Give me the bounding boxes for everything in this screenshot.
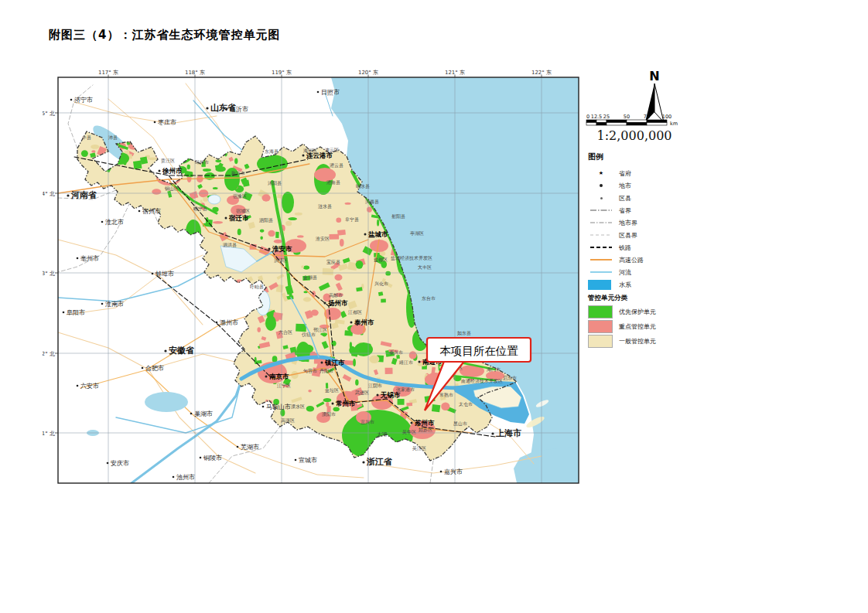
map-label: 六合区 — [279, 329, 292, 335]
legend-unit-item: 重点管控单元 — [588, 319, 692, 334]
map-label: 吴江区 — [412, 445, 426, 451]
page-title: 附图三（4）：江苏省生态环境管控单元图 — [49, 28, 280, 43]
legend-item: 水系 — [588, 278, 692, 291]
map-label: 淮南市 — [105, 301, 124, 308]
luoma-lake — [208, 195, 220, 204]
map-label: 宜兴市 — [361, 419, 374, 424]
map-label: 临沂市 — [230, 106, 248, 113]
legend-item-label: 铁路 — [614, 243, 631, 252]
legend-item-label: 地市 — [614, 182, 631, 190]
map-label: 涟水县 — [318, 203, 332, 209]
map-label: 宿迁市 — [228, 214, 249, 222]
legend-item: 铁路 — [588, 241, 692, 254]
map-label: 沛县 — [108, 135, 118, 140]
scale-tick-label: 12.5 — [591, 114, 602, 120]
map-label: 东台市 — [422, 295, 436, 301]
map-label: 兴化市 — [374, 281, 388, 287]
map-label: 太仓市 — [459, 401, 473, 407]
scale-tick-label: 25 — [603, 114, 610, 120]
map-label: 江宁区 — [277, 383, 291, 388]
legend-item: ★省府 — [588, 167, 692, 179]
map-label: 盱眙县 — [250, 284, 264, 290]
dot-icon — [588, 184, 614, 187]
map-label: 仪征市 — [302, 332, 316, 337]
legend-unit-label: 一般管控单元 — [613, 337, 656, 346]
star-icon: ★ — [588, 170, 614, 176]
map-label: 江阴市 — [368, 383, 382, 389]
map-label: 姑苏区 — [419, 427, 432, 433]
scale-tick-label: 75 — [644, 114, 650, 120]
map-label: 海门市 — [487, 366, 501, 372]
provb-icon — [588, 207, 614, 213]
latitude-label: 31° 北 — [43, 431, 55, 437]
map-label: 东海县 — [265, 148, 279, 154]
cityb-icon — [588, 220, 614, 226]
map-label: 丹阳市 — [320, 368, 333, 374]
map-label: 扬州市 — [327, 299, 348, 307]
countyb-icon — [588, 232, 614, 238]
legend-item-label: 地市界 — [614, 219, 637, 227]
map-label: 泰州市 — [354, 318, 374, 326]
map-label: 铜山区 — [164, 186, 179, 191]
legend-unit-swatch — [588, 320, 613, 333]
map-label: 大丰区 — [418, 264, 432, 270]
map-label: 张家港市 — [396, 387, 415, 393]
map-label: 铜陵市 — [203, 455, 222, 461]
map-label: 泰兴市 — [389, 349, 403, 356]
map-label: 江都区 — [348, 309, 362, 315]
map-label: 滨海县 — [365, 199, 379, 204]
legend-item: 省界 — [588, 204, 692, 216]
map-label: 淮北市 — [105, 219, 124, 226]
latitude-label: 32° 北 — [43, 351, 55, 357]
map-label: 丰县 — [82, 135, 91, 140]
map-label: 苏州市 — [414, 419, 435, 427]
map-label: 灌南县 — [326, 179, 340, 185]
latitude-label: 35° 北 — [43, 111, 55, 117]
map-label: 安庆市 — [111, 460, 129, 467]
map-label: 响水县 — [356, 183, 370, 189]
map-label: 南京市 — [269, 373, 289, 380]
map-label: 安徽省 — [169, 346, 194, 356]
water-icon — [588, 280, 614, 290]
map-figure: 山东省河南省安徽省浙江省上海市济宁市枣庄市临沂市日照市宿州市淮北市亳州市蚌埠市淮… — [43, 68, 588, 495]
dot-sm-icon — [588, 197, 614, 199]
map-label: 太湖 — [377, 431, 388, 438]
legend-item-label: 省府 — [614, 169, 631, 178]
map-label: 淮安区 — [316, 236, 330, 241]
map-label: 宿城区 — [236, 208, 250, 214]
legend: 图例 ★省府地市区县省界地市界区县界铁路高速公路河流水系 管控单元分类 优先保护… — [588, 152, 692, 349]
map-label: 常州市 — [336, 400, 356, 407]
map-label: 浙江省 — [366, 457, 392, 467]
map-label: 盐城经济技术开发区 — [391, 255, 432, 261]
map-label: 巢湖市 — [194, 410, 213, 417]
north-label: N — [649, 69, 659, 83]
map-label: 盐城市 — [368, 230, 388, 238]
map-label: 芜湖市 — [241, 444, 259, 451]
map-label: 金坛区 — [324, 387, 339, 393]
map-label: 武进区 — [355, 390, 369, 396]
map-label: 如东县 — [457, 330, 471, 336]
legend-item-label: 区县界 — [614, 231, 637, 240]
map-label: 高邮市 — [329, 292, 343, 298]
scale-tick-label: 0 — [586, 114, 589, 120]
hwy-icon — [588, 257, 614, 263]
map-label: 亳州市 — [80, 255, 99, 262]
map-label: 宝应县 — [326, 259, 340, 264]
map-label: 常熟市 — [439, 392, 453, 397]
legend-item: 高速公路 — [588, 254, 692, 266]
map-label: 沭阳县 — [268, 180, 282, 186]
map-label: 泗阳县 — [259, 217, 273, 223]
legend-unit-swatch — [588, 305, 613, 318]
map-label: 徐州市 — [162, 167, 183, 175]
legend-item-label: 省界 — [614, 206, 631, 215]
map-label: 高淳区 — [281, 417, 295, 424]
river-icon — [588, 269, 614, 275]
map-label: 连云区 — [325, 147, 339, 153]
callout-text: 本项目所在位置 — [439, 345, 518, 357]
scale-tick-label: 100 — [662, 114, 672, 120]
legend-unit-item: 优先保护单元 — [588, 305, 692, 319]
map-label: 洪泽区 — [274, 257, 288, 263]
map-label: 枣庄市 — [158, 119, 176, 126]
map-label: 上海市 — [495, 428, 521, 438]
legend-item: 区县界 — [588, 229, 692, 241]
